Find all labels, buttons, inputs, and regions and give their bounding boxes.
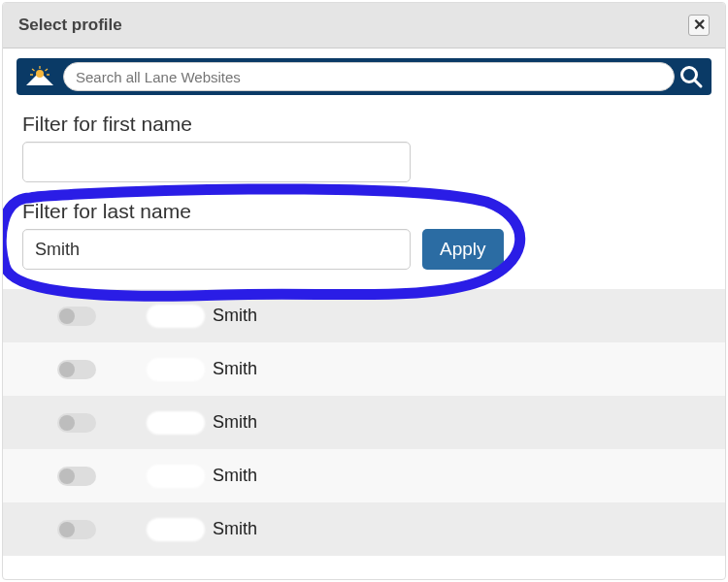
filters-section: Filter for first name Filter for last na… [3,101,725,283]
dialog-title: Select profile [18,16,122,35]
table-row: Smith [3,449,725,502]
redacted-first-name [147,358,205,381]
table-row: Smith [3,502,725,556]
svg-line-4 [46,69,49,71]
close-button[interactable]: ✕ [688,15,710,36]
redacted-first-name [147,518,205,541]
select-toggle[interactable] [57,360,96,379]
site-search-button[interactable] [675,62,708,91]
site-search-input[interactable] [63,62,675,91]
close-icon: ✕ [693,17,706,33]
last-name-cell: Smith [203,306,710,326]
svg-line-3 [32,69,35,71]
redacted-first-name [147,465,205,488]
last-name-cell: Smith [203,466,710,486]
redacted-first-name [147,411,205,435]
apply-button[interactable]: Apply [422,229,504,270]
table-row: Smith [3,289,725,342]
last-name-cell: Smith [203,359,710,379]
dialog-body: Filter for first name Filter for last na… [3,58,725,556]
svg-point-1 [36,70,44,78]
site-search-bar [17,58,711,95]
last-name-cell: Smith [203,519,710,539]
select-profile-dialog: Select profile ✕ [2,2,726,580]
select-toggle[interactable] [57,467,96,486]
select-toggle[interactable] [57,307,96,326]
select-toggle[interactable] [57,413,96,433]
first-name-input[interactable] [22,142,411,182]
results-table: Smith Smith Smith Smith Smith [3,289,725,556]
dialog-header: Select profile ✕ [3,3,725,48]
redacted-first-name [147,305,205,328]
last-name-cell: Smith [203,412,710,433]
table-row: Smith [3,342,725,396]
table-row: Smith [3,396,725,449]
first-name-label: Filter for first name [22,113,706,136]
search-icon [678,64,704,89]
last-name-label: Filter for last name [22,200,706,223]
lane-sun-logo-icon [20,62,59,91]
select-toggle[interactable] [57,520,96,539]
last-name-input[interactable] [22,229,411,270]
svg-line-8 [695,81,701,86]
